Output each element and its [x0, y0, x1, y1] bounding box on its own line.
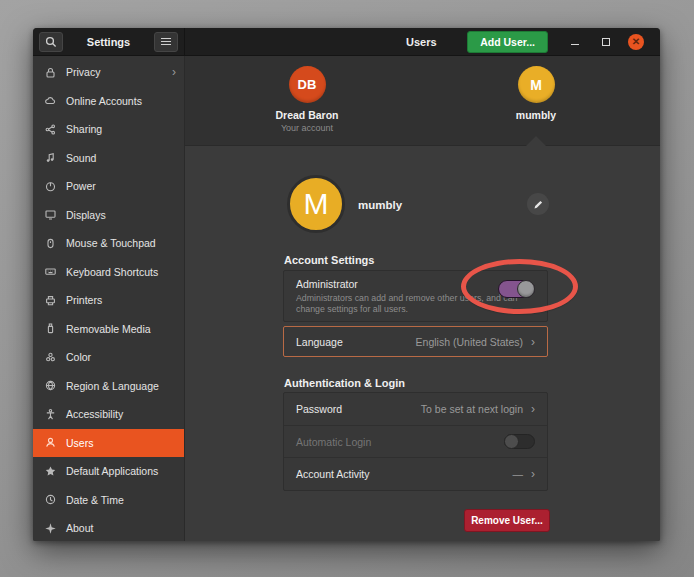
password-value: To be set at next login — [421, 403, 523, 415]
accessibility-icon — [43, 408, 57, 421]
remove-user-button[interactable]: Remove User... — [464, 509, 550, 532]
hamburger-icon — [161, 38, 171, 45]
mouse-icon — [43, 237, 57, 250]
sidebar-item-privacy[interactable]: Privacy › — [33, 58, 184, 87]
language-row[interactable]: Language English (United States) › — [283, 326, 548, 357]
sidebar-item-users[interactable]: Users — [33, 429, 184, 458]
avatar: DB — [289, 66, 326, 103]
language-label: Language — [296, 336, 343, 348]
account-settings-heading: Account Settings — [284, 254, 374, 266]
menu-button[interactable] — [154, 32, 178, 52]
clock-icon — [43, 493, 57, 506]
chevron-right-icon: › — [531, 335, 535, 349]
sparkle-icon — [43, 522, 57, 535]
administrator-row[interactable]: Administrator Administrators can add and… — [283, 270, 548, 322]
account-activity-row[interactable]: Account Activity — › — [284, 457, 547, 489]
sidebar-item-color[interactable]: Color — [33, 343, 184, 372]
chevron-right-icon: › — [531, 402, 535, 416]
headerbar-sidebar-section: Settings — [33, 28, 185, 55]
maximize-button[interactable] — [602, 38, 610, 46]
sidebar-item-accessibility[interactable]: Accessibility — [33, 400, 184, 429]
username-label: mumbly — [358, 199, 402, 211]
app-title: Settings — [87, 36, 130, 48]
user-subtitle: Your account — [247, 123, 367, 133]
selected-user-caret — [526, 136, 546, 146]
headerbar: Settings Users Add User... ✕ — [33, 28, 660, 56]
sidebar-item-removable-media[interactable]: Removable Media — [33, 315, 184, 344]
sidebar-item-date-time[interactable]: Date & Time — [33, 486, 184, 515]
auth-login-heading: Authentication & Login — [284, 377, 405, 389]
toggle-knob — [517, 280, 535, 298]
share-icon — [43, 123, 57, 136]
close-button[interactable]: ✕ — [628, 34, 644, 50]
search-icon — [45, 36, 57, 48]
search-button[interactable] — [39, 32, 63, 52]
user-avatar-large[interactable]: M — [287, 175, 345, 233]
sidebar-item-default-applications[interactable]: Default Applications — [33, 457, 184, 486]
settings-window: Settings Users Add User... ✕ Privacy › O… — [33, 28, 660, 541]
sidebar-item-sound[interactable]: Sound — [33, 144, 184, 173]
toggle-knob — [504, 434, 519, 449]
sidebar-item-mouse-touchpad[interactable]: Mouse & Touchpad — [33, 229, 184, 258]
headerbar-content-section: Users Add User... ✕ — [185, 28, 660, 55]
account-activity-label: Account Activity — [296, 468, 370, 480]
star-icon — [43, 465, 57, 478]
user-carousel: DB Dread Baron Your account M mumbly — [185, 56, 660, 146]
sidebar-item-printers[interactable]: Printers — [33, 286, 184, 315]
account-activity-value: — — [513, 468, 524, 480]
sidebar-item-region-language[interactable]: Region & Language — [33, 372, 184, 401]
user-name: mumbly — [476, 109, 596, 121]
globe-icon — [43, 379, 57, 392]
avatar: M — [518, 66, 555, 103]
chevron-right-icon: › — [172, 65, 176, 79]
sidebar: Privacy › Online Accounts Sharing Sound … — [33, 56, 185, 541]
usb-icon — [43, 322, 57, 335]
power-icon — [43, 180, 57, 193]
page-title: Users — [406, 36, 437, 48]
sidebar-item-power[interactable]: Power — [33, 172, 184, 201]
sidebar-item-sharing[interactable]: Sharing — [33, 115, 184, 144]
user-card-dread-baron[interactable]: DB Dread Baron Your account — [247, 66, 367, 133]
administrator-description: Administrators can add and remove other … — [296, 293, 521, 314]
automatic-login-row[interactable]: Automatic Login — [284, 425, 547, 457]
sidebar-item-online-accounts[interactable]: Online Accounts — [33, 87, 184, 116]
user-card-mumbly[interactable]: M mumbly — [476, 66, 596, 121]
administrator-toggle[interactable] — [498, 280, 535, 298]
minimize-button[interactable] — [570, 37, 580, 47]
sidebar-item-keyboard-shortcuts[interactable]: Keyboard Shortcuts — [33, 258, 184, 287]
color-icon — [43, 351, 57, 364]
pencil-icon — [533, 199, 544, 210]
user-name: Dread Baron — [247, 109, 367, 121]
lock-icon — [43, 66, 57, 79]
automatic-login-toggle[interactable] — [504, 434, 535, 449]
sidebar-item-displays[interactable]: Displays — [33, 201, 184, 230]
password-row[interactable]: Password To be set at next login › — [284, 393, 547, 425]
users-panel: DB Dread Baron Your account M mumbly M m… — [185, 56, 660, 541]
add-user-button[interactable]: Add User... — [467, 31, 548, 53]
headerbar-actions: Add User... ✕ — [467, 31, 660, 53]
sidebar-item-about[interactable]: About — [33, 514, 184, 541]
automatic-login-label: Automatic Login — [296, 436, 371, 448]
person-icon — [43, 436, 57, 449]
cloud-icon — [43, 94, 57, 107]
keyboard-icon — [43, 265, 57, 278]
printer-icon — [43, 294, 57, 307]
display-icon — [43, 208, 57, 221]
language-value: English (United States) — [416, 336, 523, 348]
auth-login-group: Password To be set at next login › Autom… — [283, 392, 548, 491]
music-note-icon — [43, 151, 57, 164]
password-label: Password — [296, 403, 342, 415]
edit-name-button[interactable] — [527, 193, 549, 215]
chevron-right-icon: › — [531, 467, 535, 481]
